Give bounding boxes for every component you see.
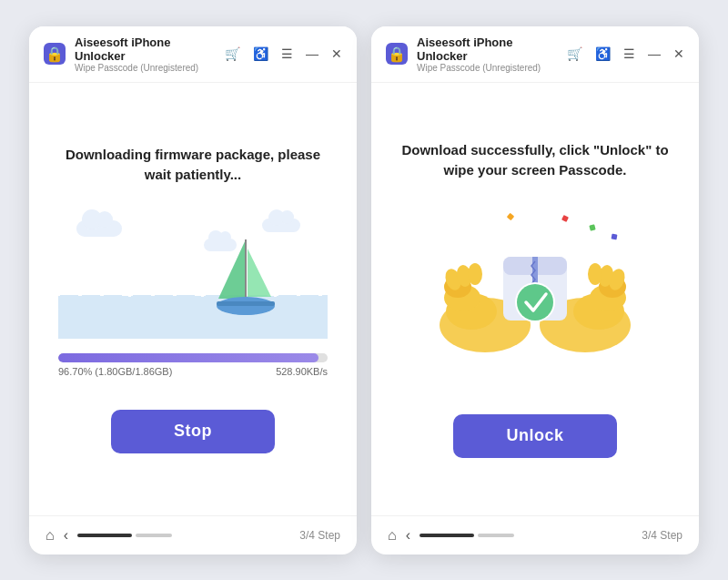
svg-rect-6 <box>217 301 275 306</box>
step-seg-2 <box>136 534 172 537</box>
right-person-button[interactable]: ♿ <box>593 46 612 61</box>
success-svg <box>435 207 635 371</box>
cloud-1 <box>76 220 122 237</box>
left-app-title: Aiseesoft iPhone Unlocker <box>75 36 223 63</box>
left-title-text: Aiseesoft iPhone Unlocker Wipe Passcode … <box>75 36 223 73</box>
right-step-seg-2 <box>478 534 514 537</box>
right-app-subtitle: Wipe Passcode (Unregistered) <box>417 63 565 73</box>
right-app-icon: 🔒 <box>384 41 410 66</box>
progress-speed-label: 528.90KB/s <box>276 366 328 377</box>
svg-point-27 <box>517 284 553 321</box>
right-minimize-button[interactable]: — <box>646 46 662 61</box>
left-title-bar: 🔒 Aiseesoft iPhone Unlocker Wipe Passcod… <box>29 26 357 83</box>
left-window-controls: 🛒 ♿ ☰ — ✕ <box>223 46 344 61</box>
progress-labels: 96.70% (1.80GB/1.86GB) 528.90KB/s <box>58 366 328 377</box>
progress-section: 96.70% (1.80GB/1.86GB) 528.90KB/s <box>58 353 328 377</box>
unlock-button[interactable]: Unlock <box>453 414 617 458</box>
progress-bar-fill <box>58 353 318 362</box>
left-minimize-button[interactable]: — <box>304 46 320 61</box>
svg-marker-2 <box>218 239 246 299</box>
right-app-title: Aiseesoft iPhone Unlocker <box>417 36 565 63</box>
svg-text:🔒: 🔒 <box>46 46 64 63</box>
left-menu-button[interactable]: ☰ <box>279 46 295 61</box>
left-home-icon[interactable]: ⌂ <box>46 527 55 544</box>
left-back-icon[interactable]: ‹ <box>64 527 68 544</box>
svg-marker-3 <box>248 249 271 297</box>
stop-button[interactable]: Stop <box>111 410 275 453</box>
left-close-button[interactable]: ✕ <box>329 46 344 61</box>
sailboat <box>209 235 282 321</box>
confetti-4 <box>612 233 618 239</box>
right-window-controls: 🛒 ♿ ☰ — ✕ <box>565 46 686 61</box>
right-back-icon[interactable]: ‹ <box>406 527 410 544</box>
right-window: 🔒 Aiseesoft iPhone Unlocker Wipe Passcod… <box>371 26 699 555</box>
right-menu-button[interactable]: ☰ <box>622 46 637 61</box>
svg-point-15 <box>468 263 482 285</box>
progress-percent-label: 96.70% (1.80GB/1.86GB) <box>58 366 172 377</box>
right-step-label: 3/4 Step <box>642 529 682 542</box>
left-footer: ⌂ ‹ 3/4 Step <box>29 515 357 555</box>
left-step-label: 3/4 Step <box>299 529 340 542</box>
right-home-icon[interactable]: ⌂ <box>388 527 397 544</box>
right-title-text: Aiseesoft iPhone Unlocker Wipe Passcode … <box>417 36 565 73</box>
progress-bar-background <box>58 353 328 362</box>
left-app-icon: 🔒 <box>42 41 67 66</box>
right-step-seg-1 <box>420 534 474 537</box>
right-close-button[interactable]: ✕ <box>672 46 686 61</box>
left-app-subtitle: Wipe Passcode (Unregistered) <box>75 63 223 73</box>
right-status-text: Download successfully, click "Unlock" to… <box>400 140 670 181</box>
success-illustration <box>435 207 635 371</box>
cloud-3 <box>262 219 300 232</box>
svg-text:🔒: 🔒 <box>388 46 406 63</box>
right-step-bar <box>420 534 632 537</box>
boat-illustration <box>58 211 328 339</box>
svg-point-22 <box>588 263 602 285</box>
right-cart-button[interactable]: 🛒 <box>565 46 584 61</box>
right-title-bar: 🔒 Aiseesoft iPhone Unlocker Wipe Passcod… <box>371 26 699 83</box>
left-window: 🔒 Aiseesoft iPhone Unlocker Wipe Passcod… <box>29 26 357 555</box>
left-content: Downloading firmware package, please wai… <box>29 83 357 515</box>
left-status-text: Downloading firmware package, please wai… <box>58 145 328 186</box>
step-seg-1 <box>77 534 132 537</box>
sea <box>58 302 328 339</box>
right-footer: ⌂ ‹ 3/4 Step <box>371 515 699 555</box>
left-step-bar <box>77 534 290 537</box>
right-content: Download successfully, click "Unlock" to… <box>371 83 699 515</box>
left-person-button[interactable]: ♿ <box>251 46 270 61</box>
left-cart-button[interactable]: 🛒 <box>223 46 242 61</box>
